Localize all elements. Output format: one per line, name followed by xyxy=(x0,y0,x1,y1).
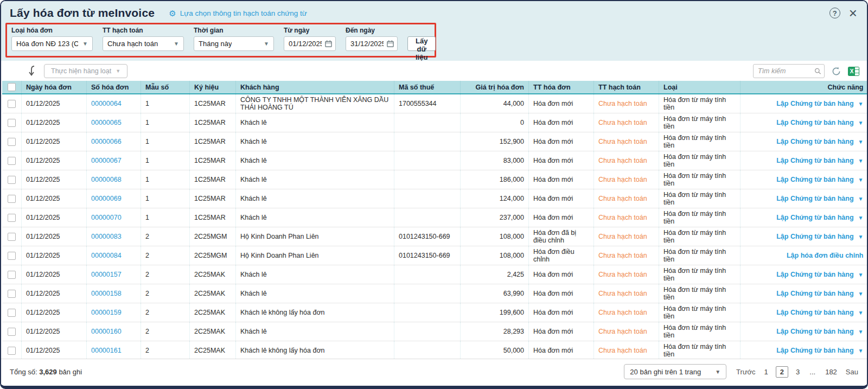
action-caret-icon[interactable]: ▼ xyxy=(858,310,864,316)
row-action-link[interactable]: Lập Chứng từ bán hàng▼ xyxy=(776,100,863,107)
column-header-accounting-status[interactable]: TT hạch toán xyxy=(594,81,659,94)
column-header-serial[interactable]: Ký hiệu xyxy=(190,81,236,94)
action-caret-icon[interactable]: ▼ xyxy=(858,120,864,126)
table-row[interactable]: 01/12/2025 00000158 2 2C25MAK Khách lẻ 6… xyxy=(2,284,867,303)
table-row[interactable]: 01/12/2025 00000068 1 1C25MAR Khách lẻ 1… xyxy=(2,170,867,189)
accounting-status-select[interactable]: Chưa hạch toán ▼ xyxy=(103,36,184,51)
column-header-customer[interactable]: Khách hàng xyxy=(236,81,394,94)
action-caret-icon[interactable]: ▼ xyxy=(858,272,864,278)
table-row[interactable]: 01/12/2025 00000066 1 1C25MAR Khách lẻ 1… xyxy=(2,132,867,151)
invoice-number-link[interactable]: 00000065 xyxy=(87,113,141,132)
row-action-link[interactable]: Lập Chứng từ bán hàng▼ xyxy=(776,328,863,335)
page-number-182[interactable]: 182 xyxy=(823,367,839,377)
table-row[interactable]: 01/12/2025 00000065 1 1C25MAR Khách lẻ 0… xyxy=(2,113,867,132)
invoice-number-link[interactable]: 00000068 xyxy=(87,170,141,189)
table-row[interactable]: 01/12/2025 00000067 1 1C25MAR Khách lẻ 8… xyxy=(2,151,867,170)
action-caret-icon[interactable]: ▼ xyxy=(858,234,864,240)
table-row[interactable]: 01/12/2025 00000161 2 2C25MAK Khách lẻ k… xyxy=(2,341,867,359)
page-number-2[interactable]: 2 xyxy=(776,366,788,378)
row-checkbox[interactable] xyxy=(8,157,16,165)
next-page-button[interactable]: Sau xyxy=(846,368,858,376)
prev-page-button[interactable]: Trước xyxy=(736,368,756,376)
calendar-icon[interactable] xyxy=(325,40,332,47)
invoice-number-link[interactable]: 00000069 xyxy=(87,189,141,208)
row-action-link[interactable]: Lập Chứng từ bán hàng▼ xyxy=(776,214,863,221)
invoice-type-select[interactable]: Hóa đơn NĐ 123 (Có ... ▼ xyxy=(11,36,93,51)
column-header-invoice-status[interactable]: TT hóa đơn xyxy=(529,81,594,94)
row-action-link[interactable]: Lập Chứng từ bán hàng▼ xyxy=(776,271,863,278)
row-checkbox[interactable] xyxy=(8,233,16,241)
close-icon[interactable]: × xyxy=(849,8,857,18)
row-checkbox[interactable] xyxy=(8,195,16,203)
action-caret-icon[interactable]: ▼ xyxy=(858,177,864,183)
invoice-number-link[interactable]: 00000070 xyxy=(87,208,141,227)
page-size-select[interactable]: 20 bản ghi trên 1 trang ▼ xyxy=(624,364,726,379)
action-caret-icon[interactable]: ▼ xyxy=(858,215,864,221)
table-row[interactable]: 01/12/2025 00000084 2 2C25MGM Hộ Kinh Do… xyxy=(2,246,867,265)
row-action-link[interactable]: Lập Chứng từ bán hàng▼ xyxy=(776,309,863,316)
invoice-number-link[interactable]: 00000064 xyxy=(87,94,141,113)
invoice-number-link[interactable]: 00000066 xyxy=(87,132,141,151)
action-caret-icon[interactable]: ▼ xyxy=(858,291,864,297)
row-checkbox[interactable] xyxy=(8,309,16,317)
invoice-number-link[interactable]: 00000160 xyxy=(87,322,141,341)
table-row[interactable]: 01/12/2025 00000069 1 1C25MAR Khách lẻ 1… xyxy=(2,189,867,208)
row-action-link[interactable]: Lập Chứng từ bán hàng▼ xyxy=(776,119,863,126)
row-action-link[interactable]: Lập Chứng từ bán hàng▼ xyxy=(776,195,863,202)
row-action-link[interactable]: Lập Chứng từ bán hàng▼ xyxy=(776,138,863,145)
row-checkbox[interactable] xyxy=(8,100,16,108)
to-date-input[interactable]: 31/12/2025 xyxy=(346,36,398,51)
table-row[interactable]: 01/12/2025 00000070 1 1C25MAR Khách lẻ 2… xyxy=(2,208,867,227)
page-number-1[interactable]: 1 xyxy=(762,367,770,377)
select-all-checkbox[interactable] xyxy=(8,83,16,91)
refresh-icon[interactable] xyxy=(831,66,841,76)
row-checkbox[interactable] xyxy=(8,176,16,184)
action-caret-icon[interactable]: ▼ xyxy=(858,158,864,164)
action-caret-icon[interactable]: ▼ xyxy=(858,101,864,107)
invoice-number-link[interactable]: 00000157 xyxy=(87,265,141,284)
row-checkbox[interactable] xyxy=(8,138,16,146)
action-caret-icon[interactable]: ▼ xyxy=(858,196,864,202)
row-checkbox[interactable] xyxy=(8,290,16,298)
row-checkbox[interactable] xyxy=(8,347,16,355)
row-checkbox[interactable] xyxy=(8,119,16,127)
from-date-input[interactable]: 01/12/2025 xyxy=(284,36,336,51)
column-header-tax-code[interactable]: Mã số thuế xyxy=(394,81,461,94)
action-caret-icon[interactable]: ▼ xyxy=(858,139,864,145)
action-caret-icon[interactable]: ▼ xyxy=(858,348,864,354)
fetch-data-button[interactable]: Lấy dữ liệu xyxy=(407,36,436,51)
row-action-link[interactable]: Lập Chứng từ bán hàng▼ xyxy=(776,347,863,354)
download-arrow-icon[interactable] xyxy=(27,65,36,77)
calendar-icon[interactable] xyxy=(387,40,394,47)
accounting-info-settings-link[interactable]: ⚙︎ Lựa chọn thông tin hạch toán chứng từ xyxy=(169,9,307,17)
table-row[interactable]: 01/12/2025 00000064 1 1C25MAR CÔNG TY TN… xyxy=(2,94,867,113)
row-action-link[interactable]: Lập Chứng từ bán hàng▼ xyxy=(776,233,863,240)
batch-action-button[interactable]: Thực hiện hàng loạt ▼ xyxy=(44,64,127,78)
row-checkbox[interactable] xyxy=(8,252,16,260)
invoice-number-link[interactable]: 00000159 xyxy=(87,303,141,322)
page-number-3[interactable]: 3 xyxy=(794,367,802,377)
table-row[interactable]: 01/12/2025 00000160 2 2C25MAK Khách lẻ 2… xyxy=(2,322,867,341)
column-header-invoice-no[interactable]: Số hóa đơn xyxy=(87,81,141,94)
row-checkbox[interactable] xyxy=(8,271,16,279)
row-checkbox[interactable] xyxy=(8,214,16,222)
invoice-number-link[interactable]: 00000083 xyxy=(87,227,141,246)
column-header-date[interactable]: Ngày hóa đơn xyxy=(22,81,87,94)
column-header-actions[interactable]: Chức năng xyxy=(741,81,867,94)
table-row[interactable]: 01/12/2025 00000159 2 2C25MAK Khách lẻ k… xyxy=(2,303,867,322)
invoice-number-link[interactable]: 00000158 xyxy=(87,284,141,303)
column-header-amount[interactable]: Giá trị hóa đơn xyxy=(461,81,529,94)
table-row[interactable]: 01/12/2025 00000157 2 2C25MAK Khách lẻ 2… xyxy=(2,265,867,284)
row-action-link[interactable]: Lập Chứng từ bán hàng▼ xyxy=(776,176,863,183)
row-action-link[interactable]: Lập hóa đơn điều chỉnh▼ xyxy=(787,252,864,259)
invoice-number-link[interactable]: 00000067 xyxy=(87,151,141,170)
row-action-link[interactable]: Lập Chứng từ bán hàng▼ xyxy=(776,157,863,164)
row-checkbox[interactable] xyxy=(8,328,16,336)
column-header-form-no[interactable]: Mẫu số xyxy=(141,81,190,94)
column-header-type[interactable]: Loại xyxy=(659,81,741,94)
invoice-number-link[interactable]: 00000161 xyxy=(87,341,141,359)
help-icon[interactable]: ? xyxy=(829,8,840,18)
time-range-select[interactable]: Tháng này ▼ xyxy=(194,36,274,51)
search-input[interactable] xyxy=(758,67,814,75)
action-caret-icon[interactable]: ▼ xyxy=(858,329,864,335)
